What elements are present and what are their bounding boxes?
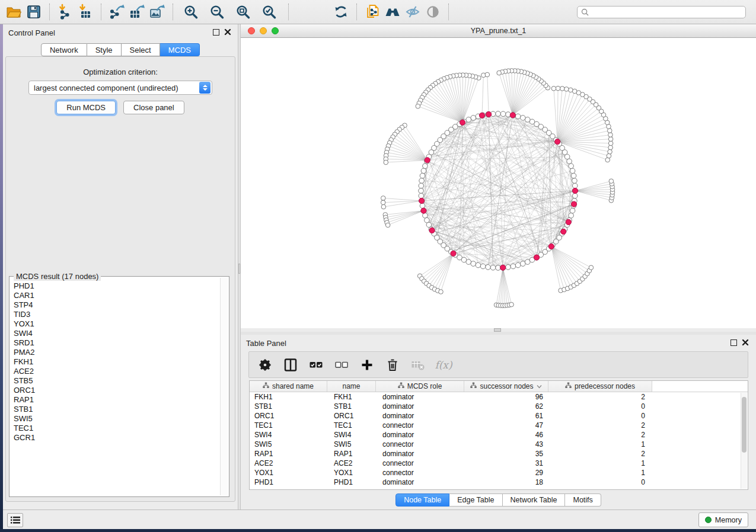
cell: FKH1 xyxy=(250,392,327,402)
memory-label: Memory xyxy=(715,516,742,524)
tab-network-table[interactable]: Network Table xyxy=(503,493,566,507)
table-row[interactable]: SWI5SWI5connector431 xyxy=(250,440,748,449)
mcds-list-item[interactable]: SRD1 xyxy=(11,338,219,348)
search-box[interactable] xyxy=(577,6,746,18)
new-network-from-selection-button[interactable] xyxy=(362,2,382,21)
tab-style[interactable]: Style xyxy=(87,43,122,56)
unselect-all-button[interactable] xyxy=(334,357,349,373)
column-header-MCDS-role[interactable]: MCDS role xyxy=(376,381,464,392)
export-table-button[interactable] xyxy=(127,2,147,21)
zoom-in-icon xyxy=(183,4,200,20)
mcds-list-scrollbar[interactable] xyxy=(220,278,228,495)
cell: 46 xyxy=(464,430,548,440)
tab-mcds[interactable]: MCDS xyxy=(160,43,200,56)
search-input[interactable] xyxy=(589,8,742,17)
run-mcds-button[interactable]: Run MCDS xyxy=(56,101,116,114)
table-row[interactable]: FKH1FKH1dominator962 xyxy=(250,392,748,402)
select-all-button[interactable] xyxy=(308,357,324,373)
mcds-node xyxy=(429,227,435,233)
close-panel-icon[interactable] xyxy=(224,28,231,36)
table-row[interactable]: STB1STB1dominator620 xyxy=(250,402,748,411)
open-button[interactable] xyxy=(4,2,24,21)
split-panel-button[interactable] xyxy=(283,357,298,373)
table-row[interactable]: RAP1RAP1dominator352 xyxy=(250,449,748,459)
column-header-successor-nodes[interactable]: successor nodes xyxy=(464,381,548,392)
export-image-icon xyxy=(149,4,165,20)
fx-icon: f(x) xyxy=(435,359,452,371)
cell: 2 xyxy=(548,430,652,440)
list-icon xyxy=(11,516,20,524)
mcds-list-item[interactable]: PMA2 xyxy=(11,348,219,357)
cell: 0 xyxy=(548,477,652,487)
float-panel-icon[interactable] xyxy=(213,29,219,36)
split-panel-icon xyxy=(283,358,298,372)
mcds-list-item[interactable]: CAR1 xyxy=(11,291,219,300)
cell: SWI4 xyxy=(327,430,376,440)
table-row[interactable]: PHD1PHD1dominator180 xyxy=(250,477,748,487)
mcds-list-item[interactable]: YOX1 xyxy=(11,319,219,329)
mcds-list-item[interactable]: GCR1 xyxy=(11,433,219,443)
optimization-criterion-select[interactable]: largest connected component (undirected) xyxy=(28,81,212,95)
mcds-list-item[interactable]: SWI5 xyxy=(11,414,219,424)
mcds-node xyxy=(421,208,426,213)
export-image-button[interactable] xyxy=(147,2,167,21)
mcds-list-item[interactable]: ACE2 xyxy=(11,367,219,376)
mcds-list-item[interactable]: STB1 xyxy=(11,405,219,414)
table-body: FKH1FKH1dominator962STB1STB1dominator620… xyxy=(250,392,748,489)
import-network-button[interactable] xyxy=(55,2,75,21)
export-network-button[interactable] xyxy=(107,2,127,21)
control-panel-tabs: NetworkStyleSelectMCDS xyxy=(3,43,238,56)
save-button[interactable] xyxy=(24,2,44,21)
add-column-button[interactable] xyxy=(359,357,375,373)
network-canvas[interactable] xyxy=(241,38,756,328)
zoom-out-button[interactable] xyxy=(208,2,228,21)
mcds-list-item[interactable]: STP4 xyxy=(11,300,219,310)
mcds-list-item[interactable]: FKH1 xyxy=(11,357,219,367)
first-neighbors-button[interactable] xyxy=(382,2,403,21)
tab-motifs[interactable]: Motifs xyxy=(565,493,601,507)
delete-column-button[interactable] xyxy=(385,357,400,373)
toolbar-separator xyxy=(448,4,449,20)
toolbar-separator xyxy=(101,4,101,20)
zoom-fit-button[interactable] xyxy=(234,2,254,21)
gear-icon xyxy=(258,358,272,372)
mcds-list-item[interactable]: PHD1 xyxy=(11,281,219,291)
splitter-handle[interactable] xyxy=(494,328,501,332)
tab-edge-table[interactable]: Edge Table xyxy=(449,493,502,507)
splitter-handle[interactable] xyxy=(238,264,240,274)
float-panel-icon[interactable] xyxy=(731,339,737,346)
zoom-fit-icon xyxy=(235,4,252,20)
import-table-button[interactable] xyxy=(75,2,95,21)
mcds-list-item[interactable]: TID3 xyxy=(11,310,219,319)
scrollbar-thumb[interactable] xyxy=(742,397,747,453)
memory-button[interactable]: Memory xyxy=(698,512,748,527)
table-row[interactable]: YOX1YOX1connector291 xyxy=(250,468,748,477)
mcds-list-item[interactable]: ORC1 xyxy=(11,386,219,395)
mcds-list-item[interactable]: SWI4 xyxy=(11,329,219,338)
unselect-all-icon xyxy=(334,358,349,372)
hide-selected-button[interactable] xyxy=(403,2,423,21)
gear-button[interactable] xyxy=(257,357,273,373)
mcds-list-item[interactable]: RAP1 xyxy=(11,395,219,405)
tab-select[interactable]: Select xyxy=(122,43,160,56)
column-type-icon xyxy=(263,382,269,390)
table-row[interactable]: ORC1ORC1dominator610 xyxy=(250,411,748,421)
mcds-list-item[interactable]: STB5 xyxy=(11,376,219,386)
table-row[interactable]: SWI4SWI4dominator462 xyxy=(250,430,748,440)
close-panel-button[interactable]: Close panel xyxy=(123,101,184,114)
table-row[interactable]: TEC1TEC1connector472 xyxy=(250,421,748,430)
close-panel-icon[interactable] xyxy=(742,339,749,346)
mcds-list-item[interactable]: TEC1 xyxy=(11,424,219,433)
table-row[interactable]: ACE2ACE2connector311 xyxy=(250,459,748,468)
column-header-predecessor-nodes[interactable]: predecessor nodes xyxy=(548,381,652,392)
zoom-in-button[interactable] xyxy=(181,2,202,21)
column-header-name[interactable]: name xyxy=(327,381,376,392)
table-scrollbar[interactable] xyxy=(741,393,747,489)
zoom-selected-button[interactable] xyxy=(260,2,280,21)
column-header-shared-name[interactable]: shared name xyxy=(250,381,327,392)
tab-network[interactable]: Network xyxy=(41,43,87,56)
task-history-button[interactable] xyxy=(7,513,23,527)
refresh-button[interactable] xyxy=(331,2,351,21)
tab-node-table[interactable]: Node Table xyxy=(395,493,449,507)
zoom-out-icon xyxy=(209,4,226,20)
